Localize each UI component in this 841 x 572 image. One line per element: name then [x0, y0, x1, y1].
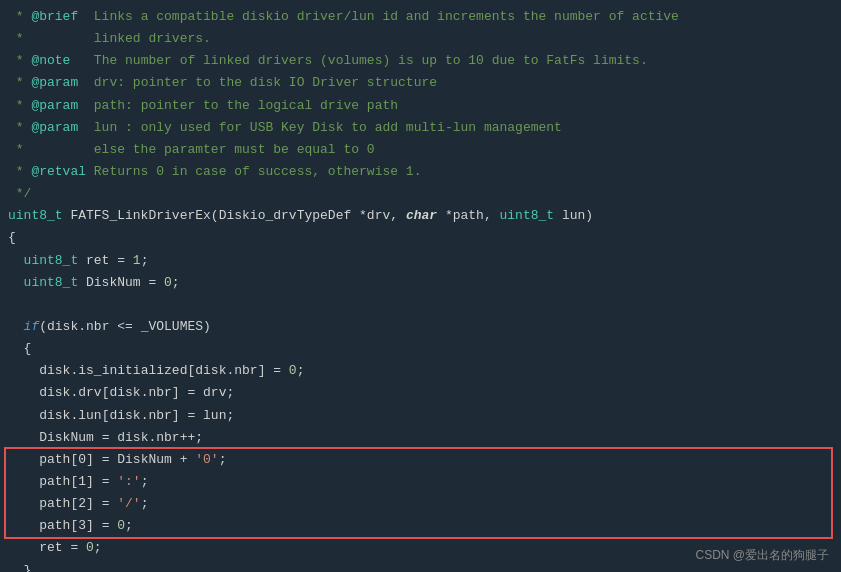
code-line: * @note The number of linked drivers (vo…	[0, 50, 841, 72]
code-line: path[0] = DiskNum + '0';	[0, 449, 841, 471]
watermark: CSDN @爱出名的狗腿子	[695, 547, 829, 564]
code-line: path[2] = '/';	[0, 493, 841, 515]
code-line: uint8_t ret = 1;	[0, 250, 841, 272]
code-line: * @param lun : only used for USB Key Dis…	[0, 117, 841, 139]
code-line: */	[0, 183, 841, 205]
lines-container: * @brief Links a compatible diskio drive…	[0, 6, 841, 572]
code-line: disk.is_initialized[disk.nbr] = 0;	[0, 360, 841, 382]
code-line: path[3] = 0;	[0, 515, 841, 537]
code-line: path[1] = ':';	[0, 471, 841, 493]
code-line: * @retval Returns 0 in case of success, …	[0, 161, 841, 183]
code-line: * else the paramter must be equal to 0	[0, 139, 841, 161]
code-line	[0, 294, 841, 316]
code-line: * @param path: pointer to the logical dr…	[0, 95, 841, 117]
code-container: * @brief Links a compatible diskio drive…	[0, 0, 841, 572]
code-line: * @brief Links a compatible diskio drive…	[0, 6, 841, 28]
code-line: disk.lun[disk.nbr] = lun;	[0, 405, 841, 427]
code-line: {	[0, 338, 841, 360]
code-line: uint8_t DiskNum = 0;	[0, 272, 841, 294]
code-line: {	[0, 227, 841, 249]
code-line: disk.drv[disk.nbr] = drv;	[0, 382, 841, 404]
code-line: * linked drivers.	[0, 28, 841, 50]
code-line: if(disk.nbr <= _VOLUMES)	[0, 316, 841, 338]
code-line: * @param drv: pointer to the disk IO Dri…	[0, 72, 841, 94]
code-line: DiskNum = disk.nbr++;	[0, 427, 841, 449]
code-line: uint8_t FATFS_LinkDriverEx(Diskio_drvTyp…	[0, 205, 841, 227]
